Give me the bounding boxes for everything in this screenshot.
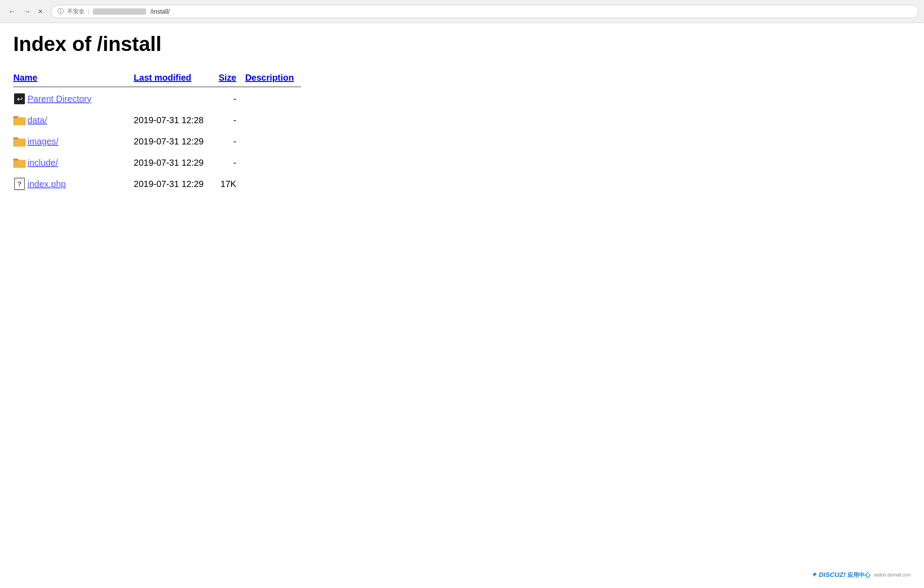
file-link[interactable]: data/ bbox=[27, 115, 47, 125]
file-description bbox=[241, 109, 301, 131]
url-blurred bbox=[93, 8, 146, 15]
file-link[interactable]: Parent Directory bbox=[27, 94, 92, 104]
page-content: Index of /install Name Last modified Siz… bbox=[0, 23, 924, 588]
file-date: 2019-07-31 12:29 bbox=[129, 173, 213, 195]
file-icon: ? bbox=[13, 178, 26, 190]
file-description bbox=[241, 131, 301, 152]
col-description-link[interactable]: Description bbox=[245, 73, 294, 82]
nav-buttons: ← → × bbox=[5, 6, 46, 17]
svg-rect-2 bbox=[13, 118, 26, 125]
file-name-cell: images/ bbox=[13, 131, 129, 152]
svg-rect-3 bbox=[13, 139, 26, 147]
file-date bbox=[129, 87, 213, 109]
watermark-sub: addon.dismall.com bbox=[874, 572, 911, 577]
watermark-logo: ✦ DISCUZ! 应用中心 bbox=[811, 571, 870, 579]
table-row: images/2019-07-31 12:29- bbox=[13, 131, 301, 152]
file-description bbox=[241, 173, 301, 195]
file-link[interactable]: images/ bbox=[27, 136, 58, 147]
address-bar[interactable]: ⓘ 不安全 | /install/ bbox=[51, 5, 919, 18]
table-row: ↩ Parent Directory- bbox=[13, 87, 301, 109]
svg-rect-4 bbox=[13, 160, 26, 168]
watermark: ✦ DISCUZ! 应用中心 addon.dismall.com bbox=[811, 571, 911, 579]
forward-button[interactable]: → bbox=[20, 6, 34, 17]
svg-text:↩: ↩ bbox=[17, 95, 23, 103]
back-button[interactable]: ← bbox=[5, 6, 19, 17]
file-size: - bbox=[213, 131, 241, 152]
table-header-row: Name Last modified Size Description bbox=[13, 69, 301, 87]
separator: | bbox=[88, 8, 89, 15]
file-size: 17K bbox=[213, 173, 241, 195]
folder-icon bbox=[13, 156, 26, 169]
security-label: 不安全 bbox=[67, 8, 85, 16]
file-name-cell: ↩ Parent Directory bbox=[13, 87, 129, 109]
file-date: 2019-07-31 12:28 bbox=[129, 109, 213, 131]
file-size: - bbox=[213, 87, 241, 109]
col-description: Description bbox=[241, 69, 301, 87]
col-name-link[interactable]: Name bbox=[13, 73, 37, 82]
file-size: - bbox=[213, 152, 241, 173]
folder-icon bbox=[13, 114, 26, 126]
file-date: 2019-07-31 12:29 bbox=[129, 131, 213, 152]
file-description bbox=[241, 152, 301, 173]
parent-icon: ↩ bbox=[13, 93, 26, 105]
col-name: Name bbox=[13, 69, 129, 87]
col-last-modified-link[interactable]: Last modified bbox=[134, 73, 191, 82]
file-name-cell: include/ bbox=[13, 152, 129, 173]
file-date: 2019-07-31 12:29 bbox=[129, 152, 213, 173]
table-row: include/2019-07-31 12:29- bbox=[13, 152, 301, 173]
browser-chrome: ← → × ⓘ 不安全 | /install/ bbox=[0, 0, 924, 23]
file-name-cell: data/ bbox=[13, 109, 129, 131]
table-row: data/2019-07-31 12:28- bbox=[13, 109, 301, 131]
col-size-link[interactable]: Size bbox=[219, 73, 236, 82]
page-title: Index of /install bbox=[13, 32, 911, 56]
folder-icon bbox=[13, 135, 26, 148]
col-last-modified: Last modified bbox=[129, 69, 213, 87]
file-name-cell: ? index.php bbox=[13, 173, 129, 195]
file-link[interactable]: index.php bbox=[27, 179, 66, 189]
url-path: /install/ bbox=[151, 8, 912, 15]
svg-text:?: ? bbox=[18, 180, 22, 187]
col-size: Size bbox=[213, 69, 241, 87]
file-description bbox=[241, 87, 301, 109]
close-button[interactable]: × bbox=[35, 6, 46, 17]
directory-table: Name Last modified Size Description ↩ Pa… bbox=[13, 69, 301, 195]
file-link[interactable]: include/ bbox=[27, 158, 58, 168]
table-row: ? index.php2019-07-31 12:2917K bbox=[13, 173, 301, 195]
info-icon: ⓘ bbox=[58, 8, 64, 16]
file-size: - bbox=[213, 109, 241, 131]
